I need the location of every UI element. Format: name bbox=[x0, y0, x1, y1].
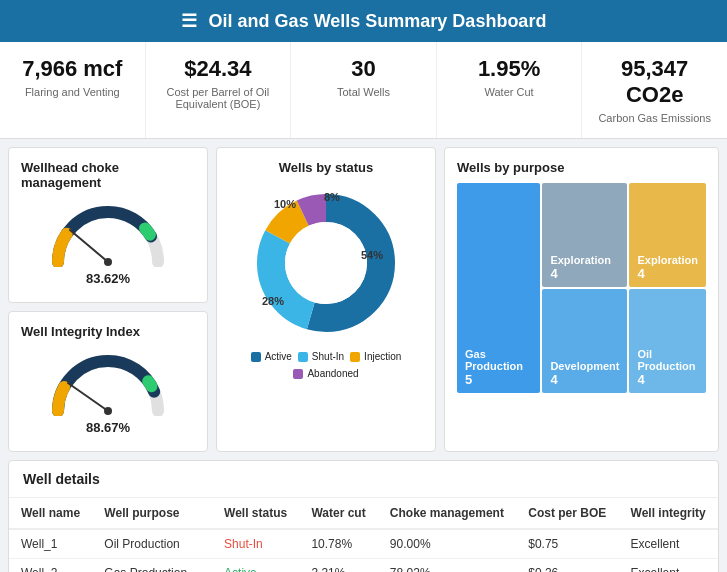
wellhead-choke-title: Wellhead choke management bbox=[21, 160, 195, 190]
kpi-card-0: 7,966 mcf Flaring and Venting bbox=[0, 42, 146, 138]
wells-by-status-panel: Wells by status 54% 28% 10% 8% bbox=[216, 147, 436, 452]
well-integrity-title: Well Integrity Index bbox=[21, 324, 195, 339]
donut-container: 54% 28% 10% 8% Active Shut-In Injection … bbox=[229, 183, 423, 379]
cell-purpose: Oil Production bbox=[92, 529, 212, 559]
kpi-value-2: 30 bbox=[307, 56, 420, 82]
col-header-6: Well integrity bbox=[619, 498, 718, 529]
kpi-card-2: 30 Total Wells bbox=[291, 42, 437, 138]
wells-by-purpose-title: Wells by purpose bbox=[457, 160, 706, 175]
cell-status: Active bbox=[212, 559, 299, 573]
wellhead-choke-gauge: 83.62% bbox=[21, 198, 195, 290]
table-header-row: Well nameWell purposeWell statusWater cu… bbox=[9, 498, 718, 529]
svg-point-3 bbox=[104, 407, 112, 415]
well-integrity-value: 88.67% bbox=[86, 420, 130, 435]
treemap-oil-production: Oil Production 4 bbox=[629, 289, 706, 393]
table-row: Well_2 Gas Production Active 3.31% 78.02… bbox=[9, 559, 718, 573]
col-header-2: Well status bbox=[212, 498, 299, 529]
well-details-title: Well details bbox=[9, 461, 718, 498]
kpi-label-2: Total Wells bbox=[307, 86, 420, 98]
main-grid: Wellhead choke management bbox=[0, 139, 727, 460]
svg-point-8 bbox=[285, 222, 367, 304]
donut-legend: Active Shut-In Injection Abandoned bbox=[229, 351, 423, 379]
well-details-section: Well details Well nameWell purposeWell s… bbox=[8, 460, 719, 572]
kpi-card-4: 95,347 CO2e Carbon Gas Emissions bbox=[582, 42, 727, 138]
table-row: Well_1 Oil Production Shut-In 10.78% 90.… bbox=[9, 529, 718, 559]
cell-choke: 78.02% bbox=[378, 559, 516, 573]
treemap-gas-production: Gas Production 5 bbox=[457, 183, 540, 393]
treemap-exploration-1: Exploration 4 bbox=[542, 183, 627, 287]
col-header-1: Well purpose bbox=[92, 498, 212, 529]
header-title: Oil and Gas Wells Summary Dashboard bbox=[209, 11, 547, 32]
kpi-card-1: $24.34 Cost per Barrel of Oil Equivalent… bbox=[146, 42, 292, 138]
table-body: Well_1 Oil Production Shut-In 10.78% 90.… bbox=[9, 529, 718, 572]
col-header-0: Well name bbox=[9, 498, 92, 529]
col-header-4: Choke management bbox=[378, 498, 516, 529]
svg-line-2 bbox=[68, 383, 108, 411]
cell-choke: 90.00% bbox=[378, 529, 516, 559]
col-header-5: Cost per BOE bbox=[516, 498, 618, 529]
kpi-label-3: Water Cut bbox=[453, 86, 566, 98]
menu-icon[interactable]: ☰ bbox=[181, 10, 197, 32]
kpi-value-3: 1.95% bbox=[453, 56, 566, 82]
cell-cost: $0.26 bbox=[516, 559, 618, 573]
well-details-table: Well nameWell purposeWell statusWater cu… bbox=[9, 498, 718, 572]
cell-cost: $0.75 bbox=[516, 529, 618, 559]
wells-by-purpose-panel: Wells by purpose Gas Production 5 Explor… bbox=[444, 147, 719, 452]
kpi-value-4: 95,347 CO2e bbox=[598, 56, 711, 108]
well-integrity-panel: Well Integrity Index 88.67% bbox=[8, 311, 208, 452]
wellhead-choke-value: 83.62% bbox=[86, 271, 130, 286]
treemap-exploration-2: Exploration 4 bbox=[629, 183, 706, 287]
left-panels: Wellhead choke management bbox=[8, 147, 208, 452]
cell-status: Shut-In bbox=[212, 529, 299, 559]
well-integrity-gauge: 88.67% bbox=[21, 347, 195, 439]
cell-integrity: Excellent bbox=[619, 559, 718, 573]
cell-name: Well_1 bbox=[9, 529, 92, 559]
app-header: ☰ Oil and Gas Wells Summary Dashboard bbox=[0, 0, 727, 42]
svg-line-0 bbox=[70, 230, 108, 262]
wellhead-choke-panel: Wellhead choke management bbox=[8, 147, 208, 303]
cell-purpose: Gas Production bbox=[92, 559, 212, 573]
cell-watercut: 3.31% bbox=[299, 559, 377, 573]
cell-name: Well_2 bbox=[9, 559, 92, 573]
kpi-label-0: Flaring and Venting bbox=[16, 86, 129, 98]
kpi-value-1: $24.34 bbox=[162, 56, 275, 82]
treemap-development: Development 4 bbox=[542, 289, 627, 393]
kpi-value-0: 7,966 mcf bbox=[16, 56, 129, 82]
wells-by-status-title: Wells by status bbox=[229, 160, 423, 175]
table-head: Well nameWell purposeWell statusWater cu… bbox=[9, 498, 718, 529]
kpi-row: 7,966 mcf Flaring and Venting $24.34 Cos… bbox=[0, 42, 727, 139]
cell-integrity: Excellent bbox=[619, 529, 718, 559]
svg-point-1 bbox=[104, 258, 112, 266]
kpi-label-4: Carbon Gas Emissions bbox=[598, 112, 711, 124]
kpi-card-3: 1.95% Water Cut bbox=[437, 42, 583, 138]
cell-watercut: 10.78% bbox=[299, 529, 377, 559]
kpi-label-1: Cost per Barrel of Oil Equivalent (BOE) bbox=[162, 86, 275, 110]
col-header-3: Water cut bbox=[299, 498, 377, 529]
